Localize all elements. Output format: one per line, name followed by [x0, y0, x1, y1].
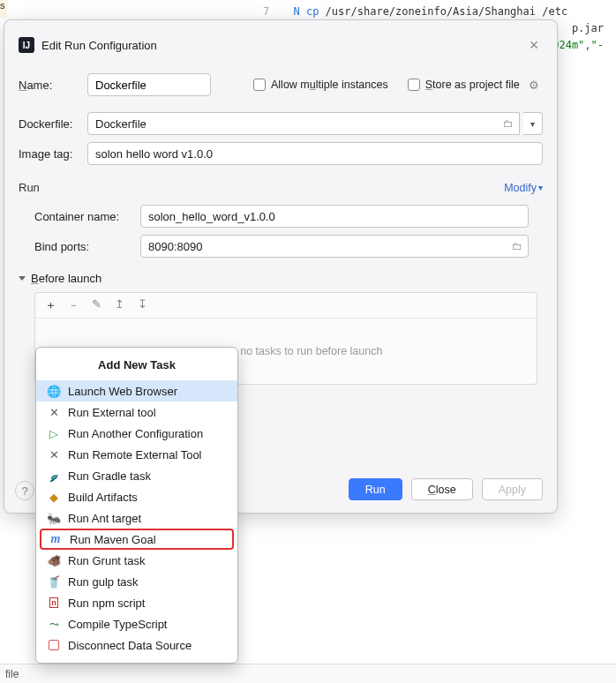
menu-item-remote-tool[interactable]: ✕ Run Remote External Tool — [36, 444, 237, 465]
bottom-status-tab[interactable]: file — [0, 664, 616, 683]
close-button[interactable]: Close — [411, 478, 473, 500]
maven-icon: m — [49, 532, 63, 546]
move-up-button[interactable]: ↥ — [113, 297, 125, 313]
dialog-title: Edit Run Configuration — [41, 39, 157, 52]
app-icon: IJ — [19, 37, 34, 53]
bind-ports-label: Bind ports: — [34, 240, 133, 253]
line-number: 7 — [263, 5, 269, 18]
menu-item-label: Run Remote External Tool — [68, 448, 202, 462]
dockerfile-dropdown[interactable]: ▾ — [523, 112, 543, 135]
menu-item-ant[interactable]: 🐜 Run Ant target — [36, 507, 237, 529]
bind-ports-input[interactable]: 8090:8090 — [148, 240, 512, 253]
menu-item-label: Build Artifacts — [68, 491, 138, 504]
globe-icon: 🌐 — [47, 384, 61, 398]
container-name-label: Container name: — [34, 210, 133, 223]
menu-item-label: Run gulp task — [68, 575, 139, 589]
menu-item-gulp[interactable]: 🥤 Run gulp task — [36, 571, 237, 592]
menu-item-label: Launch Web Browser — [68, 385, 177, 398]
menu-item-label: Run Maven Goal — [70, 533, 156, 546]
typescript-icon: ⤳ — [47, 617, 61, 631]
menu-item-label: Compile TypeScript — [68, 618, 167, 631]
before-launch-label: Before launch — [31, 272, 101, 285]
disconnect-icon — [47, 638, 61, 652]
run-section-label: Run — [19, 181, 504, 194]
menu-item-launch-browser[interactable]: 🌐 Launch Web Browser — [36, 380, 237, 402]
allow-multiple-checkbox[interactable] — [253, 79, 266, 91]
allow-multiple-label: Allow multiple instances — [271, 79, 388, 91]
menu-item-gradle[interactable]: ℊ Run Gradle task — [36, 465, 237, 486]
edit-task-button[interactable]: ✎ — [90, 297, 102, 313]
add-task-button[interactable]: ＋ — [44, 297, 56, 313]
menu-item-label: Run Ant target — [68, 512, 141, 525]
modify-link[interactable]: Modify▾ — [504, 182, 543, 194]
move-down-button[interactable]: ↧ — [136, 297, 148, 313]
menu-item-npm[interactable]: n Run npm script — [36, 592, 237, 613]
dockerfile-input[interactable]: Dockerfile — [95, 117, 503, 131]
code-trail: 024m","- — [552, 39, 604, 51]
folder-icon[interactable]: 🗀 — [503, 117, 514, 130]
code-trail: p.jar — [572, 22, 604, 34]
menu-item-label: Run Grunt task — [68, 554, 145, 567]
menu-item-maven[interactable]: m Run Maven Goal — [40, 529, 234, 550]
grunt-icon: 🐗 — [47, 553, 61, 567]
name-input[interactable] — [87, 73, 211, 96]
ant-icon: 🐜 — [47, 511, 61, 525]
play-icon: ▷ — [47, 426, 61, 440]
gradle-icon: ℊ — [47, 469, 61, 483]
tools-icon: ✕ — [47, 405, 61, 419]
npm-icon: n — [47, 596, 61, 610]
menu-item-build-artifacts[interactable]: ◆ Build Artifacts — [36, 486, 237, 507]
imagetag-input[interactable]: solon hello word v1.0.0 — [95, 147, 537, 161]
menu-item-grunt[interactable]: 🐗 Run Grunt task — [36, 550, 237, 571]
menu-item-external-tool[interactable]: ✕ Run External tool — [36, 402, 237, 423]
apply-button[interactable]: Apply — [482, 478, 543, 500]
run-button[interactable]: Run — [349, 478, 402, 500]
imagetag-label: Image tag: — [19, 147, 80, 161]
menu-item-label: Disconnect Data Source — [68, 639, 192, 652]
folder-icon[interactable]: 🗀 — [512, 240, 522, 252]
menu-item-label: Run Another Configuration — [68, 427, 203, 440]
help-button[interactable]: ? — [15, 481, 34, 500]
remove-task-button[interactable]: － — [67, 297, 79, 313]
close-icon[interactable]: × — [525, 36, 543, 55]
tools-icon: ✕ — [47, 447, 61, 462]
name-label: Name: — [19, 79, 80, 92]
store-as-project-label: Store as project file — [425, 79, 520, 91]
menu-item-label: Run npm script — [68, 597, 145, 610]
chevron-down-icon: ▾ — [538, 183, 543, 192]
code-keyword: N cp — [293, 5, 319, 18]
menu-item-another-config[interactable]: ▷ Run Another Configuration — [36, 423, 237, 444]
add-task-popup: Add New Task 🌐 Launch Web Browser ✕ Run … — [35, 347, 238, 664]
store-as-project-checkbox[interactable] — [408, 79, 420, 91]
gear-icon[interactable]: ⚙ — [529, 79, 539, 92]
dockerfile-label: Dockerfile: — [19, 117, 80, 131]
build-icon: ◆ — [47, 490, 61, 504]
container-name-input[interactable]: solon_hello_word_v1.0.0 — [148, 210, 522, 223]
menu-item-disconnect[interactable]: Disconnect Data Source — [36, 634, 237, 656]
menu-item-label: Run Gradle task — [68, 469, 151, 483]
before-launch-toggle[interactable]: Before launch — [19, 272, 543, 285]
code-text: /usr/share/zoneinfo/Asia/Shanghai /etc — [326, 5, 568, 18]
popup-title: Add New Task — [36, 353, 237, 380]
gulp-icon: 🥤 — [47, 574, 61, 589]
chevron-down-icon — [19, 276, 26, 281]
menu-item-label: Run External tool — [68, 406, 156, 419]
menu-item-typescript[interactable]: ⤳ Compile TypeScript — [36, 613, 237, 634]
